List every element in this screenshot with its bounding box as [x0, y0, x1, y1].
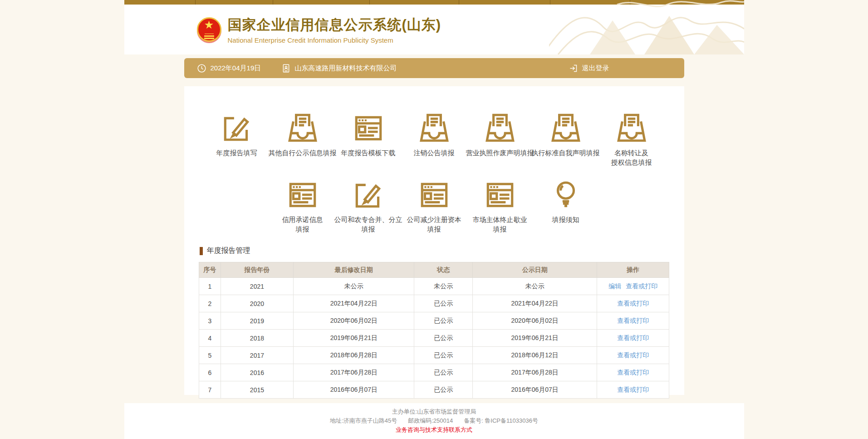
footer-organizer: 主办单位:山东省市场监督管理局 [124, 407, 744, 416]
quick-action-item[interactable]: 公司和农专合并、分立填报 [335, 178, 401, 234]
section-marker [200, 247, 203, 255]
pencil-icon [352, 178, 385, 212]
inbox-icon [417, 111, 451, 145]
cell-modified: 2017年06月28日 [294, 364, 414, 381]
cell-actions: 编辑查看或打印 [597, 278, 669, 295]
table-header-cell: 操作 [597, 262, 669, 278]
quick-action-item[interactable]: 执行标准自我声明填报 [533, 111, 598, 167]
nav-strip-segment[interactable] [459, 0, 550, 5]
table-row: 320192020年06月02日已公示2020年06月02日查看或打印 [199, 312, 669, 330]
cell-year: 2016 [221, 364, 294, 381]
cell-modified: 2021年04月22日 [294, 295, 414, 312]
nav-strip-segment[interactable] [273, 0, 370, 5]
cell-status: 已公示 [414, 312, 472, 330]
cell-status: 已公示 [414, 330, 472, 347]
cell-status: 已公示 [414, 364, 472, 381]
table-header-cell: 报告年份 [221, 262, 294, 278]
cell-no: 7 [199, 381, 221, 399]
cell-no: 3 [199, 312, 221, 330]
quick-actions-grid: 年度报告填写其他自行公示信息填报年度报告模板下载注销公告填报营业执照作废声明填报… [184, 111, 684, 234]
cell-no: 4 [199, 330, 221, 347]
action-link[interactable]: 查看或打印 [626, 282, 657, 290]
cell-modified: 2016年06月07日 [294, 381, 414, 399]
action-link[interactable]: 查看或打印 [617, 386, 649, 393]
cell-year: 2020 [221, 295, 294, 312]
page-subtitle: National Enterprise Credit Information P… [228, 36, 441, 44]
quick-action-item[interactable]: 公司减少注册资本填报 [401, 178, 467, 234]
quick-action-label: 公司减少注册资本填报 [407, 215, 461, 234]
cell-actions: 查看或打印 [597, 347, 669, 364]
cell-year: 2018 [221, 330, 294, 347]
footer-address-part: 邮政编码:250014 [408, 417, 453, 424]
inbox-icon [483, 111, 517, 145]
nav-strip-segment[interactable] [196, 0, 273, 5]
quick-action-label: 公司和农专合并、分立填报 [334, 215, 402, 234]
quick-action-label: 市场主体终止歇业填报 [473, 215, 527, 234]
action-link[interactable]: 查看或打印 [617, 300, 649, 307]
cell-no: 2 [199, 295, 221, 312]
quick-action-item[interactable]: 注销公告填报 [401, 111, 467, 167]
annual-report-section-head: 年度报告管理 [200, 246, 684, 256]
header: ★ 国家企业信用信息公示系统(山东) National Enterprise C… [124, 0, 744, 54]
logout-button[interactable]: 退出登录 [569, 64, 684, 73]
pencil-icon [220, 111, 254, 145]
cell-actions: 查看或打印 [597, 312, 669, 330]
status-bar: 2022年04月19日 山东高速路用新材料技术有限公司 退出登录 [184, 58, 684, 78]
table-row: 420182019年06月21日已公示2019年06月21日查看或打印 [199, 330, 669, 347]
quick-action-item[interactable]: 年度报告填写 [204, 111, 270, 167]
inbox-icon [615, 111, 648, 145]
quick-action-item[interactable]: 填报须知 [533, 178, 598, 234]
cell-modified: 2020年06月02日 [294, 312, 414, 330]
logout-icon [569, 64, 578, 73]
cell-actions: 查看或打印 [597, 330, 669, 347]
quick-action-label: 信用承诺信息填报 [282, 215, 323, 234]
action-link[interactable]: 查看或打印 [617, 369, 649, 376]
template-icon [286, 178, 319, 212]
quick-action-item[interactable]: 信用承诺信息填报 [270, 178, 335, 234]
cell-actions: 查看或打印 [597, 364, 669, 381]
quick-action-item[interactable]: 其他自行公示信息填报 [270, 111, 335, 167]
action-link[interactable]: 查看或打印 [617, 351, 649, 359]
cell-modified: 2019年06月21日 [294, 330, 414, 347]
quick-action-item[interactable]: 营业执照作废声明填报 [467, 111, 533, 167]
footer-contact-link[interactable]: 业务咨询与技术支持联系方式 [396, 426, 472, 433]
cell-no: 1 [199, 278, 221, 295]
table-header-cell: 状态 [414, 262, 472, 278]
action-link[interactable]: 编辑 [608, 282, 621, 290]
footer-address-part: 地址:济南市燕子山路45号 [330, 417, 397, 424]
cell-year: 2019 [221, 312, 294, 330]
cell-publish: 2021年04月22日 [472, 295, 597, 312]
cell-actions: 查看或打印 [597, 381, 669, 399]
annual-report-table: 序号报告年份最后修改日期状态公示日期操作 12021未公示未公示未公示编辑查看或… [199, 262, 669, 399]
section-title: 年度报告管理 [207, 246, 250, 256]
cell-year: 2017 [221, 347, 294, 364]
table-row: 220202021年04月22日已公示2021年04月22日查看或打印 [199, 295, 669, 312]
quick-action-label: 填报须知 [552, 215, 579, 224]
action-link[interactable]: 查看或打印 [617, 317, 649, 324]
cell-year: 2021 [221, 278, 294, 295]
action-link[interactable]: 查看或打印 [617, 334, 649, 341]
table-header-cell: 公示日期 [472, 262, 597, 278]
cell-actions: 查看或打印 [597, 295, 669, 312]
quick-action-item[interactable]: 名称转让及授权信息填报 [598, 111, 664, 167]
emblem-gate-icon [204, 35, 214, 37]
template-icon [417, 178, 451, 212]
table-row: 720152016年06月07日已公示2016年06月07日查看或打印 [199, 381, 669, 399]
quick-action-label: 执行标准自我声明填报 [532, 148, 600, 158]
quick-action-label: 年度报告填写 [216, 148, 257, 158]
nav-strip-segment[interactable] [124, 0, 196, 5]
cell-publish: 2017年06月28日 [472, 364, 597, 381]
inbox-icon [286, 111, 319, 145]
nav-strip-segment[interactable] [370, 0, 459, 5]
quick-action-item[interactable]: 年度报告模板下载 [335, 111, 401, 167]
quick-action-label: 名称转让及授权信息填报 [611, 148, 652, 167]
cell-status: 已公示 [414, 295, 472, 312]
current-date: 2022年04月19日 [211, 64, 261, 73]
quick-action-item[interactable]: 市场主体终止歇业填报 [467, 178, 533, 234]
template-icon [352, 111, 385, 145]
table-body: 12021未公示未公示未公示编辑查看或打印220202021年04月22日已公示… [199, 278, 669, 399]
quick-action-label: 营业执照作废声明填报 [466, 148, 534, 158]
quick-action-label: 注销公告填报 [414, 148, 455, 158]
table-header-cell: 最后修改日期 [294, 262, 414, 278]
quick-action-label: 其他自行公示信息填报 [269, 148, 337, 158]
